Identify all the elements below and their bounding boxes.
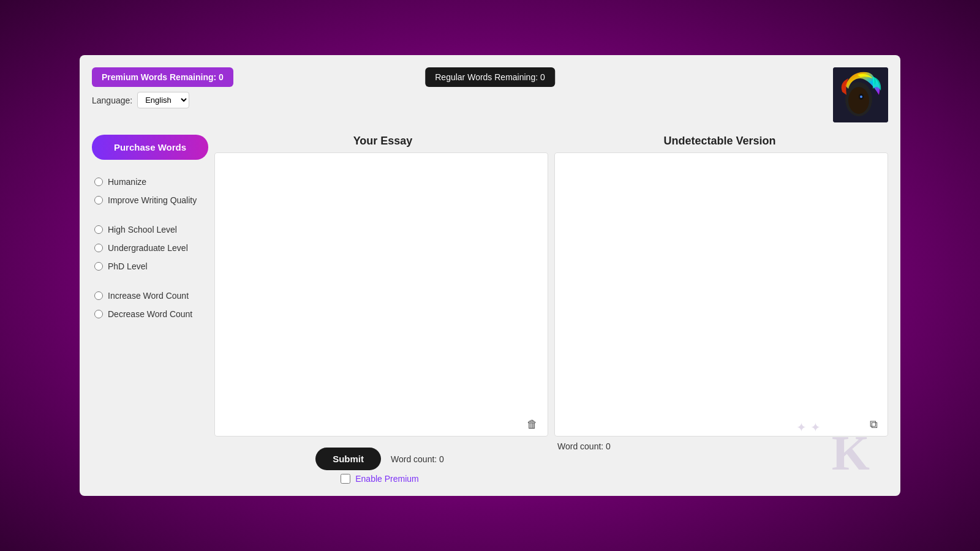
regular-words-badge: Regular Words Remaining: 0	[425, 67, 555, 87]
option-improve-writing-label: Improve Writing Quality	[108, 195, 197, 205]
radio-high-school[interactable]	[94, 225, 103, 234]
option-decrease-word[interactable]: Decrease Word Count	[92, 305, 208, 323]
option-decrease-word-label: Decrease Word Count	[108, 309, 192, 319]
radio-decrease-word[interactable]	[94, 310, 103, 318]
radio-humanize[interactable]	[94, 178, 103, 186]
premium-words-badge: Premium Words Remaining: 0	[92, 67, 233, 87]
radio-increase-word[interactable]	[94, 291, 103, 300]
option-humanize-label: Humanize	[108, 177, 146, 187]
option-undergraduate[interactable]: Undergraduate Level	[92, 239, 208, 257]
body-content: Purchase Words Humanize Improve Writing …	[92, 135, 888, 484]
language-row: Language: English Spanish French German	[92, 92, 233, 108]
language-label: Language:	[92, 96, 132, 105]
your-essay-textarea[interactable]	[215, 153, 548, 413]
radio-undergraduate[interactable]	[94, 244, 103, 252]
enable-premium-checkbox[interactable]	[341, 474, 350, 484]
radio-phd[interactable]	[94, 262, 103, 271]
header-area: Premium Words Remaining: 0 Language: Eng…	[92, 67, 888, 122]
bottom-row: Submit Word count: 0 Enable Premium Word…	[214, 441, 888, 484]
logo-svg	[833, 67, 888, 122]
center-header: Regular Words Remaining: 0	[425, 67, 555, 87]
left-header: Premium Words Remaining: 0 Language: Eng…	[92, 67, 233, 108]
undetectable-title: Undetectable Version	[551, 135, 888, 148]
radio-improve-writing[interactable]	[94, 196, 103, 204]
purchase-words-button[interactable]: Purchase Words	[92, 135, 208, 160]
logo-area	[833, 67, 888, 122]
enable-premium-row: Enable Premium	[214, 474, 545, 484]
right-box-footer: ⧉	[555, 413, 888, 436]
sidebar: Purchase Words Humanize Improve Writing …	[92, 135, 214, 484]
svg-point-2	[848, 87, 869, 114]
undetectable-textarea[interactable]	[555, 153, 888, 413]
svg-point-4	[860, 96, 862, 98]
option-improve-writing[interactable]: Improve Writing Quality	[92, 192, 208, 209]
copy-button[interactable]: ⧉	[866, 417, 881, 432]
enable-premium-label[interactable]: Enable Premium	[355, 474, 419, 484]
option-undergraduate-label: Undergraduate Level	[108, 243, 188, 253]
content-area: Your Essay Undetectable Version 🗑	[214, 135, 888, 484]
option-increase-word-label: Increase Word Count	[108, 291, 189, 301]
undetectable-box: ⧉	[554, 152, 888, 437]
main-container: Premium Words Remaining: 0 Language: Eng…	[80, 55, 900, 496]
language-select[interactable]: English Spanish French German	[137, 92, 189, 108]
option-high-school-label: High School Level	[108, 225, 177, 234]
option-humanize[interactable]: Humanize	[92, 173, 208, 190]
option-high-school[interactable]: High School Level	[92, 221, 208, 238]
logo-image	[833, 67, 888, 122]
trash-icon: 🗑	[527, 418, 538, 430]
trash-button[interactable]: 🗑	[523, 417, 541, 432]
option-increase-word[interactable]: Increase Word Count	[92, 287, 208, 304]
submit-row: Submit Word count: 0	[214, 448, 545, 470]
your-essay-title: Your Essay	[214, 135, 551, 148]
left-bottom: Submit Word count: 0 Enable Premium	[214, 441, 545, 484]
copy-icon: ⧉	[870, 418, 878, 430]
text-columns: 🗑 ⧉	[214, 152, 888, 437]
submit-button[interactable]: Submit	[315, 448, 381, 470]
right-bottom: Word count: 0	[545, 441, 888, 484]
your-essay-box: 🗑	[214, 152, 548, 437]
right-word-count: Word count: 0	[557, 441, 611, 451]
option-phd-label: PhD Level	[108, 261, 148, 271]
option-phd[interactable]: PhD Level	[92, 258, 208, 275]
left-box-footer: 🗑	[215, 413, 548, 436]
columns-header: Your Essay Undetectable Version	[214, 135, 888, 148]
left-word-count: Word count: 0	[391, 454, 444, 464]
